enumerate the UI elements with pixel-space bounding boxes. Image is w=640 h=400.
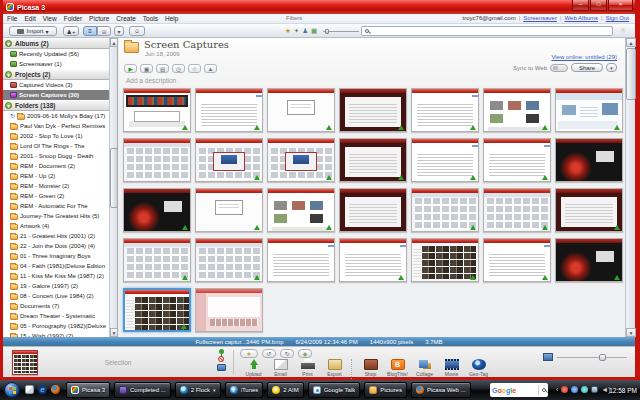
photo-thumbnail-7[interactable] (555, 88, 623, 132)
photo-thumbnail-30[interactable] (195, 288, 263, 332)
photo-thumbnail-19[interactable] (411, 188, 479, 232)
export-button[interactable]: Export (321, 359, 348, 377)
collapse-arrow-icon[interactable]: ▾ (5, 102, 12, 109)
rotate-right-button[interactable]: ↻ (280, 349, 294, 358)
photo-thumbnail-13[interactable] (483, 138, 551, 182)
collapse-arrow-icon[interactable]: ▾ (5, 40, 12, 47)
timeline-button[interactable]: ◷ (172, 64, 185, 73)
photo-thumbnail-3[interactable] (267, 88, 335, 132)
sidebar-item-2009-06-16-molly-s-bday-17[interactable]: ↻2009-06-16 Molly's Bday (17) (3, 111, 117, 121)
taskbar-button-picasa-web[interactable]: Picasa Web ... (411, 382, 471, 398)
ie-icon[interactable]: e (38, 385, 47, 394)
sidebar-item-recently-updated-56[interactable]: Recently Updated (56) (3, 49, 117, 59)
faces-filter-icon[interactable]: ✦ (294, 27, 299, 35)
scrollbar-thumb[interactable] (110, 148, 118, 208)
zoom-slider-handle[interactable] (599, 354, 606, 361)
collage-button[interactable]: ▣ (140, 64, 153, 73)
photo-thumbnail-23[interactable] (195, 238, 263, 282)
sidebar-item-rem-automatic-for-the[interactable]: REM - Automatic For The (3, 201, 117, 211)
collapse-arrow-icon[interactable]: ▾ (5, 71, 12, 78)
zoom-slider[interactable] (557, 357, 627, 358)
photo-thumbnail-22[interactable] (123, 238, 191, 282)
sidebar-item-22-join-the-dots-2004-4[interactable]: 22 - Join the Dots (2004) (4) (3, 241, 117, 251)
photo-thumbnail-25[interactable] (339, 238, 407, 282)
sidebar-item-journey-the-greatest-hits-5[interactable]: Journey-The Greatest Hits (5) (3, 211, 117, 221)
tree-view-button[interactable]: ⊞ (97, 26, 111, 36)
movie-button[interactable]: ▤ (156, 64, 169, 73)
photo-thumbnail-16[interactable] (195, 188, 263, 232)
mail-icon[interactable] (25, 385, 34, 394)
taskbar-button-picasa-3[interactable]: Picasa 3 (66, 382, 110, 398)
people-filter-icon[interactable]: ♟ (302, 27, 308, 35)
photo-thumbnail-21[interactable] (555, 188, 623, 232)
taskbar-button-pictures[interactable]: Pictures (364, 382, 407, 398)
sidebar-scrollbar[interactable]: ▲ ▼ (109, 38, 117, 337)
scrollbar-thumb[interactable] (626, 48, 636, 100)
sync-toggle[interactable] (550, 64, 568, 72)
view-dropdown-button[interactable]: ▾ (114, 26, 124, 36)
menu-tools[interactable]: Tools (143, 15, 158, 22)
people-button[interactable]: ☺ (129, 26, 145, 36)
photo-thumbnail-20[interactable] (483, 188, 551, 232)
add-person-button[interactable]: ♟+ (63, 26, 79, 36)
slider-handle-icon[interactable] (325, 29, 329, 34)
photo-thumbnail-26[interactable] (411, 238, 479, 282)
shop-button[interactable]: Shop (357, 359, 384, 377)
google-desktop-search[interactable]: Google (490, 383, 548, 397)
upload-button[interactable]: Upload (240, 359, 267, 377)
taskbar-button-2-flock[interactable]: 2 Flock▾ (175, 382, 221, 398)
sidebar-section-projects-2[interactable]: ▾Projects (2) (3, 69, 117, 80)
scroll-down-icon[interactable]: ▼ (626, 328, 636, 337)
minimize-button[interactable]: – (572, 0, 589, 11)
star-photo-button[interactable]: ★ (240, 349, 258, 358)
photo-thumbnail-18[interactable] (339, 188, 407, 232)
menu-file[interactable]: File (7, 15, 17, 22)
photo-thumbnail-6[interactable] (483, 88, 551, 132)
menu-help[interactable]: Help (165, 15, 178, 22)
share-button[interactable]: Share (571, 63, 603, 72)
firefox-icon[interactable] (51, 385, 60, 394)
photo-thumbnail-14[interactable] (555, 138, 623, 182)
scroll-up-icon[interactable]: ▲ (110, 38, 118, 47)
sidebar-item-rem-monster-2[interactable]: REM - Monster (2) (3, 181, 117, 191)
menu-create[interactable]: Create (116, 15, 136, 22)
search-input[interactable] (369, 27, 612, 35)
messenger-icon[interactable] (571, 386, 578, 393)
thumbnail-size-slider[interactable] (323, 31, 359, 32)
photo-thumbnail-12[interactable] (411, 138, 479, 182)
play-slideshow-button[interactable]: ▶ (124, 64, 137, 73)
titlebar[interactable]: Picasa 3 – □ × (3, 0, 635, 14)
notification-icon[interactable] (561, 386, 568, 393)
blogthis-button[interactable]: BBlogThis! (384, 359, 411, 377)
share-dropdown-button[interactable]: ▾ (606, 63, 617, 72)
sidebar-item-captured-videos-3[interactable]: Captured Videos (3) (3, 80, 117, 90)
import-button[interactable]: Import ▾ (9, 26, 57, 36)
link-web-albums[interactable]: Web Albums (565, 15, 599, 21)
start-button[interactable] (4, 382, 20, 398)
taskbar-button-google-talk[interactable]: Google Talk (308, 382, 361, 398)
clear-selection-icon[interactable] (218, 356, 224, 362)
tag-button[interactable]: ◆ (298, 349, 312, 358)
sidebar-item-lord-of-the-rings-the[interactable]: Lord Of The Rings - The (3, 141, 117, 151)
photo-thumbnail-9[interactable] (195, 138, 263, 182)
sidebar-item-rem-document-2[interactable]: REM - Document (2) (3, 161, 117, 171)
sidebar-item-artwork-4[interactable]: Artwork (4) (3, 221, 117, 231)
photo-thumbnail-5[interactable] (411, 88, 479, 132)
photo-thumbnail-17[interactable] (267, 188, 335, 232)
photo-thumbnail-24[interactable] (267, 238, 335, 282)
flat-view-button[interactable]: ≡ (83, 26, 97, 36)
video-filter-icon[interactable]: ▦ (311, 27, 317, 35)
print-button[interactable]: Print (294, 359, 321, 377)
sidebar-item-19-galore-1997-2[interactable]: 19 - Galore (1997) (2) (3, 281, 117, 291)
sidebar-item-screen-captures-30[interactable]: Screen Captures (30) (3, 90, 117, 100)
scroll-down-icon[interactable]: ▼ (110, 328, 118, 337)
sidebar-item-rem-up-2[interactable]: REM - Up (2) (3, 171, 117, 181)
photo-thumbnail-1[interactable] (123, 88, 191, 132)
photo-thumbnail-28[interactable] (555, 238, 623, 282)
taskbar-button-completed[interactable]: Completed ... (114, 382, 171, 398)
sidebar-item-11-kiss-me-kiss-me-1987-2[interactable]: 11 - Kiss Me Kiss Me (1987) (2) (3, 271, 117, 281)
view-online-link[interactable]: View online: untitled (29) (551, 54, 617, 60)
menu-folder[interactable]: Folder (64, 15, 82, 22)
collapse-tray-icon[interactable]: ‹ (556, 386, 558, 393)
description-field[interactable]: Add a description (126, 77, 176, 84)
